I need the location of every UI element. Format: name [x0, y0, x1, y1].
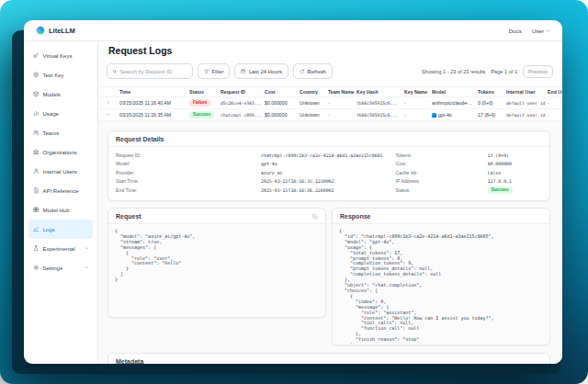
key-icon	[33, 52, 40, 59]
sidebar-item-internal-users[interactable]: Internal Users	[28, 162, 93, 181]
sidebar-item-label: Logs	[43, 227, 55, 232]
brand-name: LiteLLM	[49, 27, 75, 35]
user-menu[interactable]: User	[532, 28, 550, 34]
detail-model: Model:gpt-4o	[116, 160, 383, 168]
cell-end-user: -	[548, 100, 562, 106]
cell-request-id: d5c26ce4-e343...	[220, 101, 265, 106]
sidebar-item-settings[interactable]: Settings	[28, 258, 93, 277]
col-status: Status	[189, 89, 220, 95]
previous-page-button[interactable]: Previous	[523, 65, 553, 78]
col-key-hash: Key Hash	[356, 89, 404, 95]
docs-link[interactable]: Docs	[509, 28, 522, 34]
cell-tokens: 17 (8+9)	[478, 112, 506, 118]
grid-icon	[33, 207, 40, 213]
cell-key-name: -	[404, 112, 432, 118]
sidebar-item-model-hub[interactable]: Model Hub	[28, 200, 93, 220]
bar-chart-icon	[33, 110, 40, 117]
sidebar-item-label: Models	[43, 92, 61, 97]
table-header-row: Time Status Request ID Cost Country Team…	[98, 86, 562, 97]
cell-cost: $0.000000	[265, 100, 300, 106]
page-title: Request Logs	[108, 45, 562, 56]
sidebar-item-logs[interactable]: Logs	[28, 220, 93, 239]
sidebar: Virtual Keys Test Key Models Usage Teams…	[24, 41, 98, 364]
flask-icon	[33, 245, 40, 252]
detail-cost: Cost:$0.000000	[396, 160, 543, 168]
detail-tokens: Tokens:17 (8+9)	[396, 152, 543, 160]
cell-key-name: -	[404, 100, 432, 106]
detail-status: Status:Success	[396, 186, 543, 195]
refresh-button-label: Refresh	[307, 69, 325, 74]
app-window: LiteLLM Docs User Virtual Keys Test Key …	[24, 20, 562, 364]
sidebar-item-label: API Reference	[43, 188, 79, 194]
cell-country: Unknown	[300, 100, 328, 106]
file-text-icon	[33, 187, 40, 194]
cell-model: anthropic/claude-...	[432, 100, 478, 106]
sidebar-item-label: Usage	[43, 111, 59, 117]
cell-team-name: -	[328, 100, 356, 106]
sidebar-item-organizations[interactable]: Organizations	[28, 142, 93, 162]
sidebar-item-teams[interactable]: Teams	[28, 123, 93, 142]
team-icon	[33, 130, 40, 136]
search-input[interactable]	[120, 69, 188, 74]
copy-icon[interactable]	[312, 214, 318, 220]
col-key-name: Key Name	[404, 89, 432, 95]
gear-icon	[33, 265, 40, 271]
detail-provider: Provider:azure_ai	[116, 169, 383, 177]
chevron-down-icon	[85, 246, 89, 251]
bank-icon	[33, 149, 40, 155]
detail-cache-hit: Cache Hit:False	[396, 169, 543, 177]
cell-cost: $0.000000	[265, 112, 300, 118]
sidebar-item-experimental[interactable]: Experimental	[28, 239, 93, 258]
search-icon	[112, 69, 118, 74]
top-header: LiteLLM Docs User	[24, 20, 562, 41]
provider-logo-icon	[432, 113, 436, 118]
calendar-icon	[241, 69, 246, 74]
col-model: Model	[432, 89, 478, 95]
log-row-1[interactable]: 03/15/2025 11:16:40 AM Failure d5c26ce4-…	[98, 97, 562, 109]
request-details-title: Request Details	[116, 136, 164, 142]
col-cost: Cost	[265, 89, 300, 95]
sidebar-item-virtual-keys[interactable]: Virtual Keys	[28, 46, 93, 65]
sidebar-item-models[interactable]: Models	[28, 85, 93, 104]
cell-key-hash: fb66c565915c6...	[356, 101, 404, 106]
detail-ip-address: IP Address:127.0.0.1	[396, 177, 543, 186]
cell-model: gpt-4o	[432, 112, 478, 118]
sidebar-item-api-reference[interactable]: API Reference	[28, 181, 93, 200]
play-circle-icon	[33, 72, 40, 78]
col-end-user: End User	[548, 89, 562, 95]
time-range-label: Last 24 Hours	[249, 69, 282, 74]
col-country: Country	[300, 89, 328, 95]
chevron-down-icon[interactable]	[106, 112, 119, 118]
chevron-down-icon	[546, 28, 550, 33]
chevron-down-icon	[85, 265, 89, 270]
chevron-right-icon[interactable]	[106, 100, 119, 106]
sidebar-item-label: Teams	[43, 130, 60, 136]
sidebar-item-label: Model Hub	[43, 208, 70, 213]
cell-time: 03/15/2025 11:16:40 AM	[119, 100, 189, 106]
sidebar-item-label: Experimental	[43, 246, 75, 252]
sidebar-item-test-key[interactable]: Test Key	[28, 65, 93, 85]
metadata-card: Metadata	[107, 353, 550, 364]
main-content: Request Logs Filter Last 24 Hours Refres…	[98, 41, 562, 364]
sidebar-item-label: Settings	[43, 265, 63, 271]
cell-internal-user: default_user_id	[506, 101, 548, 106]
cell-request-id: chatcmpl-c899...	[220, 113, 265, 118]
cell-team-name: -	[328, 112, 356, 118]
time-range-button[interactable]: Last 24 Hours	[234, 63, 288, 79]
search-box[interactable]	[107, 63, 193, 79]
brand-logo: LiteLLM	[36, 26, 75, 35]
cube-icon	[33, 91, 40, 97]
request-json: { "model": "azure_ai/gpt-4o", "stream": …	[115, 229, 319, 283]
cell-time: 03/15/2025 11:16:35 AM	[119, 112, 189, 118]
response-panel-title: Response	[340, 213, 370, 220]
col-team-name: Team Name	[328, 89, 356, 95]
refresh-button[interactable]: Refresh	[293, 63, 333, 79]
col-internal-user: Internal User	[506, 89, 548, 95]
col-request-id: Request ID	[220, 89, 265, 95]
refresh-icon	[300, 69, 305, 74]
filter-button[interactable]: Filter	[198, 63, 230, 79]
user-menu-label: User	[532, 28, 544, 34]
log-row-2-expanded[interactable]: 03/15/2025 11:16:35 AM Success chatcmpl-…	[98, 109, 562, 121]
cell-country: Unknown	[300, 112, 328, 118]
sidebar-item-usage[interactable]: Usage	[28, 104, 93, 123]
